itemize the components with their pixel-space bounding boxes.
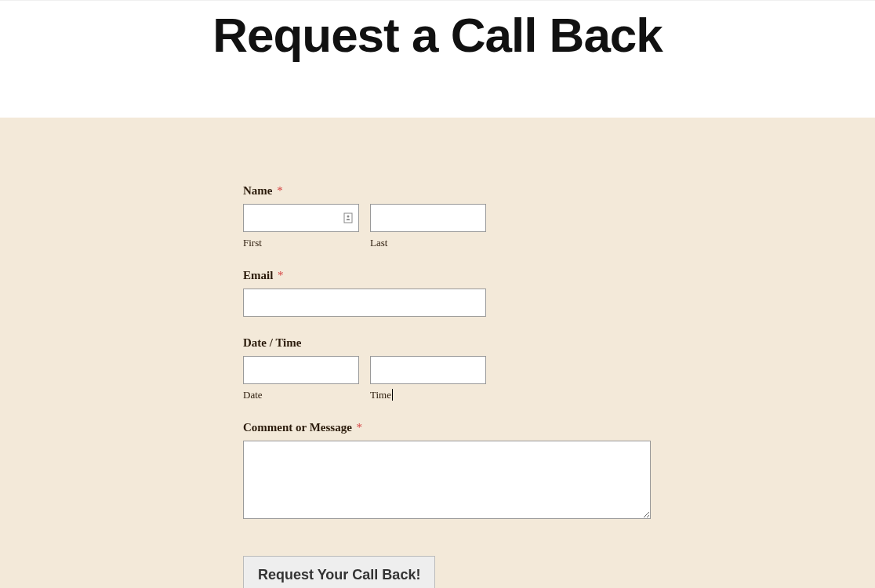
time-col: Time (370, 356, 486, 401)
name-field-row: First Last (243, 204, 651, 249)
name-label: Name * (243, 184, 651, 198)
header-section: Request a Call Back (0, 0, 875, 118)
datetime-field-row: Date Time (243, 356, 651, 401)
name-field-group: Name * First (243, 184, 651, 249)
datetime-label-text: Date / Time (243, 336, 301, 349)
first-name-col: First (243, 204, 359, 249)
comment-label: Comment or Message * (243, 421, 651, 434)
email-field-group: Email * (243, 269, 651, 317)
first-name-wrapper (243, 204, 359, 232)
name-label-text: Name (243, 184, 273, 197)
page-title: Request a Call Back (0, 1, 875, 63)
last-name-col: Last (370, 204, 486, 249)
date-input[interactable] (243, 356, 359, 384)
email-input[interactable] (243, 289, 486, 317)
email-label-text: Email (243, 269, 273, 281)
last-name-sublabel: Last (370, 237, 486, 249)
time-sublabel: Time (370, 389, 486, 401)
submit-button[interactable]: Request Your Call Back! (243, 556, 435, 588)
last-name-input[interactable] (370, 204, 486, 232)
date-col: Date (243, 356, 359, 401)
form-section: Name * First (0, 118, 875, 588)
required-asterisk: * (357, 421, 363, 434)
date-sublabel: Date (243, 389, 359, 401)
time-input[interactable] (370, 356, 486, 384)
first-name-input[interactable] (243, 204, 359, 232)
comment-textarea[interactable] (243, 441, 651, 519)
comment-label-text: Comment or Message (243, 421, 352, 434)
form-container: Name * First (243, 184, 651, 588)
first-name-sublabel: First (243, 237, 359, 249)
email-label: Email * (243, 269, 651, 282)
required-asterisk: * (277, 184, 283, 197)
datetime-field-group: Date / Time Date Time (243, 336, 651, 401)
datetime-label: Date / Time (243, 336, 651, 350)
required-asterisk: * (278, 269, 284, 281)
comment-field-group: Comment or Message * (243, 421, 651, 522)
